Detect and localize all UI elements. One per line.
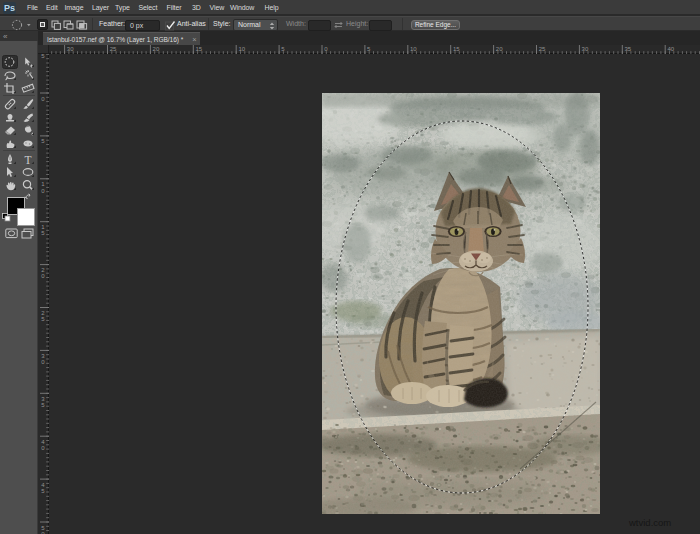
svg-text:10: 10 (410, 46, 417, 52)
svg-text:10: 10 (238, 46, 245, 52)
svg-text:T: T (24, 154, 31, 166)
svg-text:20: 20 (496, 46, 503, 52)
svg-text:35: 35 (625, 46, 632, 52)
svg-text:30: 30 (582, 46, 589, 52)
svg-text:15: 15 (196, 46, 203, 52)
svg-text:25: 25 (539, 46, 546, 52)
svg-text:40: 40 (667, 46, 674, 52)
svg-text:30: 30 (67, 46, 74, 52)
svg-text:15: 15 (453, 46, 460, 52)
svg-text:20: 20 (153, 46, 160, 52)
svg-text:25: 25 (110, 46, 117, 52)
